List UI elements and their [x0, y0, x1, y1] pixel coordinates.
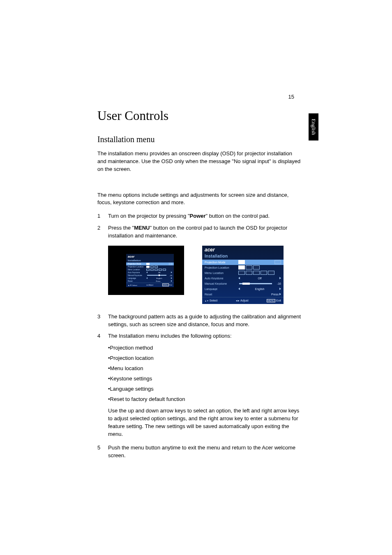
step-body: The Installation menu includes the follo…	[108, 332, 302, 340]
osd-row-language: Language English	[202, 286, 284, 292]
footer-text: Adjust	[149, 284, 154, 286]
osd-brand: acer	[202, 246, 284, 254]
leftright-icon: ◂ ▸	[236, 299, 240, 302]
osd-row-menu-location: Menu Location	[126, 268, 174, 271]
position-icon	[261, 271, 267, 275]
arrow-keys-paragraph: Use the up and down arrow keys to select…	[108, 407, 302, 438]
footer-text: Exit	[276, 299, 281, 302]
step-3: 3 The background pattern acts as a guide…	[97, 313, 302, 329]
footer-text: Adjust	[240, 299, 248, 302]
menu-icon: MENU	[162, 283, 169, 286]
arrow-left-icon	[146, 277, 148, 279]
step-5: 5 Push the menu button anytime to exit t…	[97, 444, 302, 460]
osd-title: Installation	[202, 254, 284, 260]
step-number: 1	[97, 212, 102, 220]
footer-text: Select	[132, 284, 137, 286]
position-icon	[246, 271, 252, 275]
location-icon	[154, 266, 158, 268]
osd-label: Projection Mode	[128, 263, 145, 265]
osd-label: Manual Keystone	[128, 274, 145, 276]
osd-row-language: Language English	[126, 277, 174, 280]
osd-value: English	[148, 277, 170, 279]
osd-label: Language	[205, 288, 237, 290]
slider-bar	[239, 283, 272, 284]
position-icon	[163, 269, 166, 271]
osd-value: -16	[274, 282, 281, 285]
section-title: Installation menu	[97, 135, 302, 144]
location-icon	[246, 265, 252, 269]
position-icon	[150, 269, 154, 271]
osd-row-projection-location: Projection Location	[126, 265, 174, 268]
osd-label: Manual Keystone	[205, 282, 237, 285]
osd-footer: ▲▼ Select ◂ ▸ Adjust MENU Exit	[126, 283, 174, 287]
osd-row-menu-location: Menu Location	[202, 270, 284, 276]
step-number: 3	[97, 313, 102, 329]
arrow-left-icon	[238, 288, 240, 290]
osd-value: Off	[241, 277, 279, 280]
osd-value: -16	[168, 274, 172, 276]
arrow-right-icon	[279, 293, 281, 295]
projector-icon	[146, 263, 150, 265]
position-icon	[154, 269, 158, 271]
arrow-left-icon	[146, 272, 148, 273]
language-tab: English	[309, 113, 318, 140]
osd-row-projection-mode: Projection Mode	[126, 263, 174, 265]
osd-label: Auto Keystone	[205, 277, 237, 280]
osd-label: Reset	[205, 293, 237, 296]
osd-row-projection-mode: Projection Mode	[202, 260, 284, 265]
osd-value: Press	[146, 280, 170, 282]
osd-label: Language	[128, 277, 145, 279]
step-number: 2	[97, 224, 102, 240]
osd-value: Off	[148, 272, 170, 274]
page-title: User Controls	[97, 108, 302, 123]
osd-row-reset: Reset Press	[202, 292, 284, 297]
text: Press the "	[108, 225, 134, 231]
osd-row-auto-keystone: Auto Keystone Off	[202, 276, 284, 281]
bullet-item: •Keystone settings	[108, 375, 302, 383]
bullet-item: •Projection location	[108, 355, 302, 362]
footer-text: Select	[210, 299, 217, 302]
page-content: User Controls Installation menu The inst…	[97, 108, 302, 463]
osd-label: Menu Location	[128, 269, 145, 271]
position-icon	[159, 269, 162, 271]
text: Turn on the projector by pressing "	[108, 213, 190, 219]
position-icon	[146, 269, 150, 271]
arrow-right-icon	[279, 277, 281, 279]
bullet-item: •Menu location	[108, 365, 302, 373]
updown-icon: ▲▼	[128, 284, 132, 286]
osd-label: Menu Location	[205, 272, 237, 274]
osd-footer: ▲▼ Select ◂ ▸ Adjust MENU Exit	[202, 297, 284, 304]
intro-paragraph: The installation menu provides an onscre…	[97, 150, 302, 173]
step-body: Press the "MENU" button on the control p…	[108, 224, 302, 240]
footer-text: Exit	[169, 284, 172, 286]
osd-value: Press	[271, 293, 279, 296]
location-icon	[150, 266, 154, 268]
projector-icon	[238, 260, 245, 264]
step-body: Turn on the projector by pressing "Power…	[108, 212, 302, 220]
osd-value: English	[241, 288, 279, 290]
projector-icon	[169, 263, 172, 265]
page-number: 15	[288, 94, 294, 100]
text: " button on the control pad.	[206, 213, 270, 219]
bold-text: MENU	[134, 225, 150, 231]
paragraph: The menu options include settings and ad…	[97, 191, 302, 207]
location-icon	[253, 265, 260, 269]
arrow-right-icon	[171, 277, 172, 279]
osd-label: Projection Location	[205, 266, 237, 269]
osd-small: acer Installation Projection Mode Projec…	[108, 246, 184, 295]
leftright-icon: ◂ ▸	[146, 284, 148, 286]
menu-icon: MENU	[267, 299, 276, 302]
bullet-item: •Language settings	[108, 385, 302, 393]
osd-row-manual-keystone: Manual Keystone -16	[126, 274, 174, 277]
bullet-item: •Reset to factory default function	[108, 396, 302, 403]
osd-label: Projection Location	[128, 266, 145, 268]
osd-label: Reset	[128, 280, 145, 282]
osd-large: acer Installation Projection Mode Projec…	[202, 246, 284, 304]
osd-label: Projection Mode	[205, 261, 237, 264]
step-number: 5	[97, 444, 102, 460]
osd-row-projection-location: Projection Location	[202, 265, 284, 270]
step-body: Push the menu button anytime to exit the…	[108, 444, 302, 460]
arrow-left-icon	[238, 277, 240, 279]
updown-icon: ▲▼	[205, 299, 209, 302]
step-number: 4	[97, 332, 102, 340]
